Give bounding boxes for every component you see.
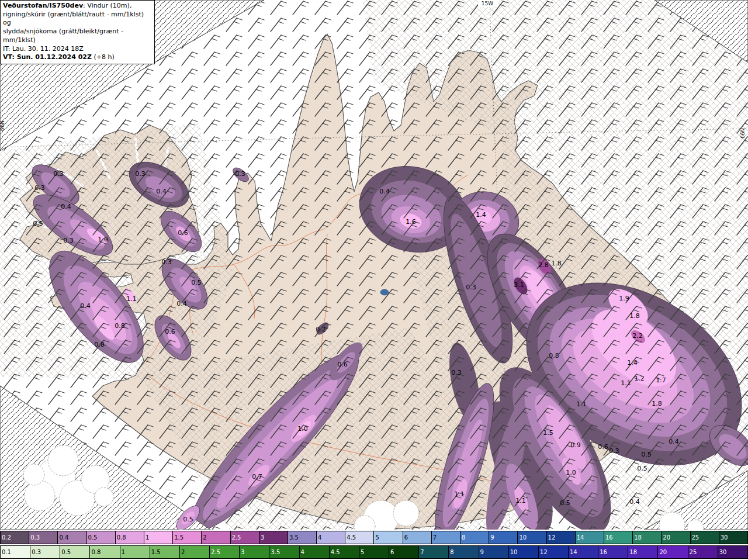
legend-cell: 9 bbox=[479, 546, 509, 558]
legend-cell: 12 bbox=[547, 531, 576, 544]
legend-cell: 25 bbox=[691, 531, 719, 544]
legend-cell: 4.5 bbox=[330, 546, 359, 558]
precip-value-label: 0.3 bbox=[63, 237, 74, 244]
precip-value-label: 0.4 bbox=[629, 498, 640, 506]
precip-value-label: 0.3 bbox=[34, 184, 45, 192]
meridian-label: 15W bbox=[482, 1, 493, 6]
legend-cell: 5 bbox=[359, 546, 389, 558]
precip-value-label: 0.5 bbox=[191, 279, 202, 286]
precip-value-label: 0.6 bbox=[178, 229, 188, 237]
model-title-suffix: : Vindur (10m), bbox=[83, 2, 131, 9]
precip-value-label: 1.8 bbox=[652, 400, 662, 407]
precip-value-label: 0.8 bbox=[115, 322, 125, 330]
legend-cell: 5 bbox=[374, 531, 403, 544]
legend-cell: 1 bbox=[120, 546, 150, 558]
legend-cell: 3.5 bbox=[269, 546, 299, 558]
precip-value-label: 0.3 bbox=[609, 447, 619, 455]
precip-value-label: 1.8 bbox=[629, 312, 640, 320]
precip-value-label: 0.3 bbox=[53, 170, 64, 178]
legend-cell: 18 bbox=[633, 531, 662, 544]
info-title-line: Veðurstofan/IS750dev: Vindur (10m), bbox=[3, 2, 150, 11]
precip-value-label: 0.4 bbox=[80, 302, 91, 310]
precip-value-label: 1.1 bbox=[515, 497, 526, 504]
precip-value-label: 3.1 bbox=[514, 281, 524, 289]
legend-cell: 14 bbox=[576, 531, 604, 544]
rain-scale-row: 0.20.30.40.50.811.522.533.544.5567891012… bbox=[0, 531, 748, 544]
legend-cell: 20 bbox=[662, 531, 690, 544]
precip-value-label: 1.0 bbox=[297, 425, 308, 433]
precip-value-label: 1.1 bbox=[576, 400, 587, 408]
precip-value-label: 0.4 bbox=[156, 188, 167, 195]
precip-value-label: 0.8 bbox=[94, 341, 105, 348]
precip-value-label: 0.5 bbox=[641, 451, 652, 458]
precip-value-label: 0.5 bbox=[560, 499, 570, 507]
info-box: Veðurstofan/IS750dev: Vindur (10m), rign… bbox=[0, 0, 155, 64]
legend-cell: 30 bbox=[719, 531, 747, 544]
legend-cell: 2.5 bbox=[210, 546, 240, 558]
precip-value-label: 1.2 bbox=[634, 375, 645, 382]
precip-value-label: 1.1 bbox=[454, 490, 465, 498]
valid-time-line: VT: Sun. 01.12.2024 02Z (+8 h) bbox=[3, 53, 150, 62]
legend-cell: 2 bbox=[202, 531, 230, 544]
precip-value-label: 2.2 bbox=[632, 332, 643, 340]
legend-cell: 4 bbox=[300, 546, 330, 558]
precip-value-label: 0.4 bbox=[176, 300, 187, 307]
precip-value-label: 1.9 bbox=[619, 295, 629, 302]
legend-cell: 8 bbox=[460, 531, 489, 544]
info-rain-line: rigning/skúrir (grænt/blátt/rautt - mm/1… bbox=[3, 11, 150, 27]
precip-value-label: 1.5 bbox=[543, 429, 553, 437]
precip-value-label: 0.3 bbox=[451, 369, 462, 376]
precip-value-label: 0.8 bbox=[549, 352, 559, 359]
legend-cell: 9 bbox=[489, 531, 518, 544]
precip-value-label: 1.0 bbox=[98, 236, 108, 243]
precip-value-label: 0.7 bbox=[252, 473, 262, 481]
model-title: Veðurstofan/IS750dev bbox=[3, 2, 83, 9]
precip-value-label: 1.8 bbox=[551, 260, 562, 267]
precip-value-label: 0.3 bbox=[235, 170, 245, 178]
precip-value-label: 2.8 bbox=[538, 261, 549, 269]
legend-cell: 6 bbox=[403, 531, 432, 544]
legend-cell: 8 bbox=[449, 546, 479, 558]
precip-value-label: 0.5 bbox=[637, 465, 647, 472]
legend-cell: 10 bbox=[518, 531, 546, 544]
legend-cell: 16 bbox=[604, 531, 633, 544]
legend-cell: 10 bbox=[509, 546, 539, 558]
legend-cell: 25 bbox=[688, 546, 718, 558]
legend-cell: 7 bbox=[432, 531, 460, 544]
legend-cell: 18 bbox=[628, 546, 658, 558]
precip-value-label: 0.6 bbox=[598, 443, 608, 451]
legend-cell: 0.4 bbox=[58, 531, 86, 544]
precip-value-label: 0.3 bbox=[161, 258, 172, 266]
legend-cell: 0.5 bbox=[87, 531, 116, 544]
valid-time-suffix: (+8 h) bbox=[92, 53, 115, 61]
legend-cell: 14 bbox=[569, 546, 598, 558]
legend-cell: 0.5 bbox=[60, 546, 90, 558]
weather-map-viewport: 0.30.30.40.51.00.30.30.40.60.30.50.41.10… bbox=[0, 0, 748, 560]
legend-cell: 0.1 bbox=[1, 546, 30, 558]
precip-value-label: 1.0 bbox=[566, 469, 576, 476]
precip-value-label: 0.3 bbox=[466, 284, 476, 291]
init-time: IT: Lau. 30. 11. 2024 18Z bbox=[3, 45, 150, 54]
parallel-label-left: 66N bbox=[0, 120, 5, 131]
precip-value-label: 0.5 bbox=[33, 220, 43, 227]
precip-value-label: 1.4 bbox=[627, 359, 638, 367]
legend-cell: 0.8 bbox=[116, 531, 144, 544]
legend-cell: 0.3 bbox=[29, 531, 58, 544]
legend-cell: 3 bbox=[240, 546, 269, 558]
precip-value-label: 0.6 bbox=[165, 328, 175, 336]
legend-cell: 2 bbox=[180, 546, 210, 558]
legend-cell: 16 bbox=[598, 546, 628, 558]
precip-value-label: 1.1 bbox=[126, 295, 137, 303]
precip-value-label: 0.6 bbox=[337, 361, 348, 368]
legend-cell: 0.8 bbox=[90, 546, 120, 558]
legend-cell: 20 bbox=[658, 546, 688, 558]
legend-cell: 7 bbox=[419, 546, 449, 558]
legend-cell: 4.5 bbox=[345, 531, 374, 544]
legend-cell: 4 bbox=[317, 531, 345, 544]
parallel-label-right: 66N bbox=[740, 128, 746, 139]
valid-time: VT: Sun. 01.12.2024 02Z bbox=[3, 53, 92, 61]
legend-cell: 30 bbox=[718, 546, 747, 558]
legend-cell: 0.3 bbox=[30, 546, 60, 558]
legend-cell: 3.5 bbox=[288, 531, 317, 544]
precip-value-label: 0.4 bbox=[669, 438, 679, 445]
